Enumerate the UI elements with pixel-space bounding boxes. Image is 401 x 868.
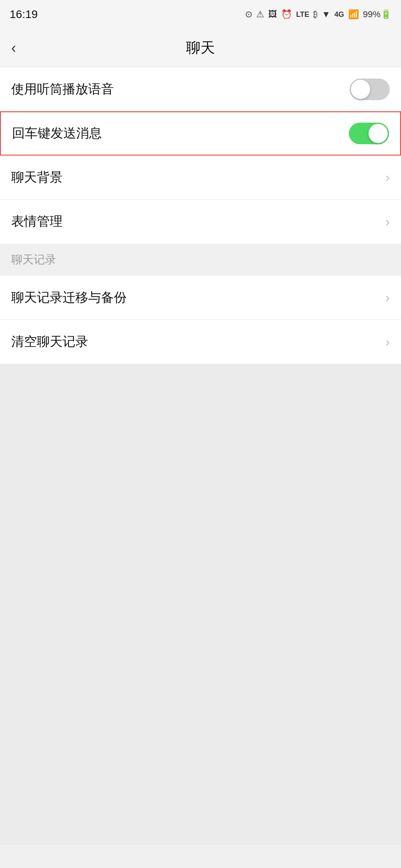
back-button[interactable]: ‹ [11, 40, 16, 57]
lte-icon: LTE [296, 10, 309, 19]
enter-send-toggle[interactable] [349, 123, 389, 144]
empty-area [0, 364, 401, 845]
status-time: 16:19 [10, 8, 38, 21]
nav-bar: ‹ 聊天 [0, 29, 401, 67]
clear-records-label: 清空聊天记录 [11, 333, 88, 351]
speaker-label: 使用听筒播放语音 [11, 81, 114, 98]
emoji-manage-chevron: › [385, 214, 390, 229]
enter-send-toggle-item[interactable]: 回车键发送消息 [0, 111, 401, 155]
emoji-manage-label: 表情管理 [11, 213, 63, 230]
wifi-icon: ▼ [322, 9, 330, 20]
settings-group-1: 使用听筒播放语音 回车键发送消息 聊天背景 › 表情管理 › [0, 67, 401, 244]
status-bar: 16:19 ⊙ ⚠ 🖼 ⏰ LTE ₿ ▼ 4G 📶 99%🔋 [0, 0, 401, 29]
migrate-backup-item[interactable]: 聊天记录迁移与备份 › [0, 276, 401, 320]
clear-records-chevron: › [385, 335, 390, 349]
emoji-manage-item[interactable]: 表情管理 › [0, 200, 401, 244]
speaker-toggle[interactable] [350, 79, 390, 100]
chat-background-item[interactable]: 聊天背景 › [0, 155, 401, 200]
warning-icon: ⚠ [256, 9, 264, 20]
alarm-icon: ⏰ [281, 9, 292, 20]
battery-icon: 99%🔋 [363, 9, 391, 20]
speaker-toggle-knob [351, 80, 370, 99]
chat-records-section-header: 聊天记录 [0, 244, 401, 276]
chat-records-section-label: 聊天记录 [11, 252, 56, 267]
chat-background-label: 聊天背景 [11, 169, 63, 186]
migrate-backup-label: 聊天记录迁移与备份 [11, 289, 127, 307]
bluetooth-icon: ₿ [313, 9, 318, 20]
signal-icon: 📶 [348, 9, 359, 20]
image-icon: 🖼 [268, 9, 277, 20]
clear-records-item[interactable]: 清空聊天记录 › [0, 320, 401, 364]
settings-group-2: 聊天记录迁移与备份 › 清空聊天记录 › [0, 276, 401, 364]
page-title: 聊天 [186, 38, 215, 58]
enter-send-label: 回车键发送消息 [12, 125, 102, 142]
chat-background-chevron: › [385, 170, 390, 185]
status-icons: ⊙ ⚠ 🖼 ⏰ LTE ₿ ▼ 4G 📶 99%🔋 [245, 9, 391, 20]
network-icon: ⊙ [245, 9, 252, 20]
migrate-backup-chevron: › [385, 290, 390, 305]
speaker-toggle-item[interactable]: 使用听筒播放语音 [0, 67, 401, 111]
enter-send-toggle-knob [369, 124, 388, 143]
4g-icon: 4G [334, 10, 344, 19]
